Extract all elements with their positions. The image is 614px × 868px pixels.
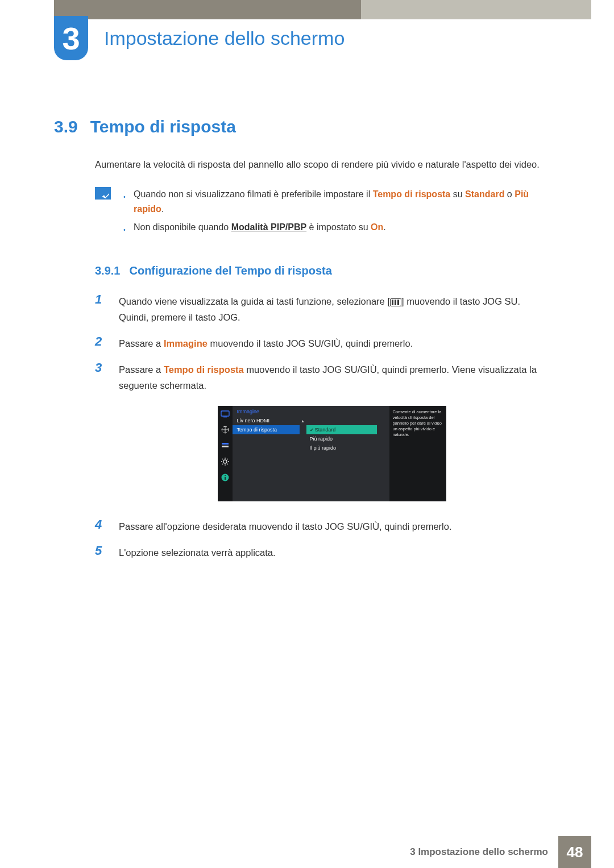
section-intro: Aumentare la velocità di risposta del pa… [95, 157, 551, 172]
system-icon [221, 441, 230, 450]
text: Passare a [119, 338, 164, 348]
picture-icon [221, 409, 230, 418]
menu-button-icon [390, 298, 401, 306]
note-item-1: Quando non si visualizzano filmati è pre… [123, 187, 551, 217]
osd-item-liv-nero: Liv nero HDMI [233, 416, 300, 425]
settings-icon [221, 457, 230, 466]
osd-category-title: Immagine [233, 406, 389, 416]
term: Standard [465, 189, 504, 199]
term: Tempo di risposta [164, 364, 244, 375]
subsection-title: Configurazione del Tempo di risposta [129, 264, 331, 277]
step-text-5: L'opzione selezionata verrà applicata. [119, 545, 276, 560]
osd-sidebar-icons [218, 406, 233, 501]
osd-main-panel: Immagine Liv nero HDMI ▲ Tempo di rispos… [233, 406, 389, 501]
size-icon [221, 425, 230, 434]
chapter-number-badge: 3 [54, 16, 88, 60]
step-text-2: Passare a Immagine muovendo il tasto JOG… [119, 335, 413, 351]
osd-help-text: Consente di aumentare la velocità di ris… [389, 406, 446, 501]
step-text-1: Quando viene visualizzata la guida ai ta… [119, 293, 551, 325]
section-number: 3.9 [54, 117, 78, 136]
step-number: 5 [95, 545, 106, 557]
note-icon [95, 187, 111, 200]
text: . [161, 204, 164, 214]
text: o [504, 189, 515, 199]
osd-option-il-piu-rapido: Il più rapido [306, 443, 389, 452]
text: Passare a [119, 364, 164, 375]
osd-option-standard: Standard [306, 425, 377, 434]
page-number: 48 [558, 836, 591, 868]
osd-option-piu-rapido: Più rapido [306, 434, 389, 443]
note-item-2: Non disponibile quando Modalità PIP/PBP … [123, 220, 551, 235]
term: Immagine [164, 338, 208, 348]
subsection-number: 3.9.1 [95, 264, 120, 277]
cross-ref-link[interactable]: Modalità PIP/PBP [231, 222, 306, 232]
svg-rect-6 [225, 477, 226, 480]
step-number: 3 [95, 362, 106, 374]
osd-item-tempo-risposta: Tempo di risposta [233, 425, 300, 434]
text: muovendo il tasto JOG SU/GIÙ, quindi pre… [208, 338, 413, 348]
text: . [383, 222, 385, 232]
page-footer: 3 Impostazione dello schermo 48 [0, 836, 614, 868]
text: è impostato su [306, 222, 371, 232]
chapter-title: Impostazione dello schermo [104, 27, 345, 49]
step-number: 2 [95, 335, 106, 348]
svg-rect-0 [221, 411, 229, 416]
text: Quando viene visualizzata la guida ai ta… [119, 296, 390, 306]
step-text-4: Passare all'opzione desiderata muovendo … [119, 518, 452, 534]
section-title: Tempo di risposta [90, 117, 236, 136]
note-list: Quando non si visualizzano filmati è pre… [123, 187, 551, 238]
text: Quando non si visualizzano filmati è pre… [134, 189, 373, 199]
svg-rect-2 [222, 443, 229, 445]
step-number: 1 [95, 293, 106, 306]
text: Non disponibile quando [134, 222, 231, 232]
text: su [450, 189, 465, 199]
term: On [371, 222, 383, 232]
svg-rect-1 [223, 417, 227, 417]
term: Tempo di risposta [373, 189, 451, 199]
info-icon [221, 473, 230, 482]
osd-screenshot: Immagine Liv nero HDMI ▲ Tempo di rispos… [218, 406, 446, 501]
step-number: 4 [95, 518, 106, 531]
svg-rect-7 [225, 475, 226, 476]
up-arrow-icon: ▲ [300, 419, 306, 423]
svg-rect-3 [222, 446, 229, 447]
svg-point-4 [223, 460, 227, 463]
top-decor-bar [0, 0, 614, 19]
step-text-3: Passare a Tempo di risposta muovendo il … [119, 362, 551, 393]
footer-chapter-label: 3 Impostazione dello schermo [410, 836, 558, 868]
